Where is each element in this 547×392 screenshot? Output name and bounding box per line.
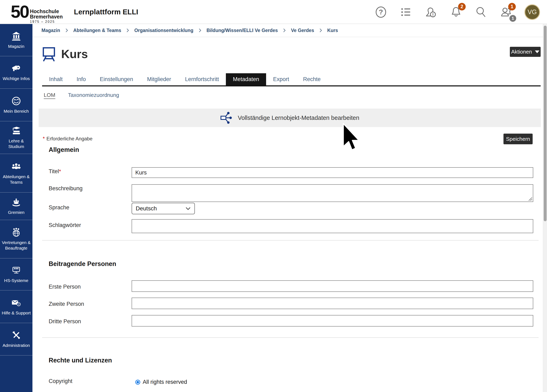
- tab-info[interactable]: Info: [70, 73, 93, 85]
- zweite-person-input[interactable]: [132, 297, 533, 309]
- tools-icon: [11, 330, 21, 340]
- sidebar-item-label: Wichtige Infos: [3, 76, 30, 81]
- mouse-cursor: [342, 123, 364, 152]
- app-header: 50 Hochschule Bremerhaven 1975 – 2025 Le…: [0, 0, 547, 24]
- sprache-selected-value: Deutsch: [136, 205, 157, 212]
- beschreibung-field: [132, 184, 533, 202]
- subtab-lom[interactable]: LOM: [44, 92, 55, 98]
- sidebar-item-administration[interactable]: Administration: [0, 323, 33, 355]
- copyright-radio[interactable]: [135, 380, 140, 385]
- tab-lernfortschritt[interactable]: Lernfortschritt: [178, 73, 226, 85]
- svg-text:?: ?: [379, 8, 383, 16]
- todo-list-button[interactable]: [399, 5, 413, 19]
- breadcrumb-item[interactable]: Organisationsentwicklung: [134, 28, 193, 33]
- edit-full-metadata-link[interactable]: Vollständige Lernobjekt-Metadaten bearbe…: [39, 108, 541, 127]
- vertical-scrollbar[interactable]: [543, 24, 547, 392]
- app-title: Lernplattform ELLI: [74, 8, 138, 16]
- svg-text:!: !: [432, 12, 434, 17]
- sidebar-item-wichtige-infos[interactable]: Wichtige Infos: [0, 56, 33, 89]
- main-sidebar: Magazin Wichtige Infos Mein Bereich Lehr…: [0, 24, 33, 392]
- radio-dot: [137, 381, 139, 383]
- save-button[interactable]: Speichern: [504, 134, 533, 144]
- sidebar-item-label: HS-Systeme: [4, 278, 28, 283]
- contacts-badge-top: 1: [508, 3, 516, 10]
- awareness-button[interactable]: !: [424, 5, 438, 19]
- sidebar-item-lehre-studium[interactable]: Lehre & Studium: [0, 121, 33, 154]
- sidebar-item-hs-systeme[interactable]: *** HS-Systeme: [0, 258, 33, 291]
- titel-input[interactable]: [132, 167, 533, 178]
- section-title-rechte: Rechte und Lizenzen: [49, 357, 112, 364]
- sidebar-item-label: Mein Bereich: [4, 108, 29, 114]
- titel-required-asterisk: *: [59, 168, 61, 175]
- tab-mitglieder[interactable]: Mitglieder: [140, 73, 178, 85]
- tab-rechte[interactable]: Rechte: [296, 73, 328, 85]
- breadcrumb-item[interactable]: Abteilungen & Teams: [73, 28, 121, 33]
- subtab-taxonomiezuordnung[interactable]: Taxonomiezuordnung: [68, 92, 119, 98]
- erste-person-label: Erste Person: [49, 284, 81, 290]
- sidebar-item-abteilungen-teams[interactable]: Abteilungen & Teams: [0, 154, 33, 193]
- section-title-beitragende: Beitragende Personen: [49, 260, 116, 268]
- sidebar-item-gremien[interactable]: Gremien: [0, 193, 33, 220]
- sidebar-item-mein-bereich[interactable]: Mein Bereich: [0, 89, 33, 121]
- required-asterisk: *: [43, 135, 45, 142]
- search-button[interactable]: [474, 5, 488, 19]
- notifications-badge: 2: [458, 3, 466, 10]
- svg-text:?: ?: [18, 303, 20, 306]
- sidebar-item-label: Gremien: [8, 210, 25, 215]
- sprache-select[interactable]: Deutsch: [132, 203, 195, 214]
- svg-text:***: ***: [14, 267, 19, 271]
- chevron-right-icon: [283, 28, 286, 33]
- tab-einstellungen[interactable]: Einstellungen: [93, 73, 140, 85]
- committee-icon: [11, 197, 21, 207]
- search-icon: [475, 6, 487, 18]
- tab-inhalt[interactable]: Inhalt: [42, 73, 70, 85]
- copyright-option-label: All rights reserved: [143, 379, 187, 385]
- dritte-person-input[interactable]: [132, 315, 533, 326]
- bank-icon: [11, 31, 21, 41]
- sidebar-filler: [0, 355, 33, 392]
- breadcrumb-item[interactable]: Bildung/Wissen/ELLI Ve Gerdes: [206, 28, 278, 33]
- sidebar-item-vertretungen[interactable]: Vertretungen & Beauftragte: [0, 220, 33, 258]
- sidebar-item-label: Abteilungen & Teams: [1, 174, 32, 185]
- zweite-person-label: Zweite Person: [49, 301, 84, 307]
- smiley-icon: [11, 96, 21, 106]
- user-alert-icon: !: [425, 6, 437, 18]
- help-button[interactable]: ?: [374, 5, 388, 19]
- schlagwoerter-input[interactable]: [132, 219, 533, 233]
- chevron-right-icon: [198, 28, 202, 33]
- subtab-bar: LOM Taxonomiezuordnung: [44, 92, 119, 98]
- sidebar-item-label: Hilfe & Support: [2, 310, 31, 316]
- breadcrumb-item[interactable]: Magazin: [41, 28, 60, 33]
- section-divider: [42, 338, 539, 338]
- megaphone-icon: [11, 63, 21, 73]
- help-icon: ?: [375, 6, 387, 18]
- save-button-label: Speichern: [506, 136, 530, 142]
- mail-help-icon: ?: [11, 298, 21, 308]
- course-icon: [42, 47, 56, 61]
- notifications-button[interactable]: 2: [449, 5, 463, 19]
- tab-metadaten[interactable]: Metadaten: [226, 73, 266, 85]
- university-logo[interactable]: 50 Hochschule Bremerhaven 1975 – 2025: [11, 2, 63, 24]
- user-avatar[interactable]: VG: [524, 4, 540, 20]
- contacts-button[interactable]: 1 1: [499, 5, 513, 19]
- section-divider: [42, 240, 539, 241]
- sidebar-item-label: Magazin: [8, 43, 24, 49]
- actions-button[interactable]: Aktionen: [510, 47, 541, 57]
- contacts-badge-bottom: 1: [509, 15, 516, 22]
- sidebar-item-hilfe-support[interactable]: ? Hilfe & Support: [0, 291, 33, 323]
- scrollbar-thumb[interactable]: [544, 26, 547, 221]
- beschreibung-textarea[interactable]: [132, 184, 533, 202]
- monitor-icon: ***: [11, 265, 21, 275]
- schlagwoerter-label: Schlagwörter: [49, 222, 81, 229]
- breadcrumb-item[interactable]: Ve Gerdes: [291, 28, 314, 33]
- sidebar-item-label: Lehre & Studium: [1, 138, 32, 149]
- sidebar-item-magazin[interactable]: Magazin: [0, 24, 33, 56]
- erste-person-input[interactable]: [132, 280, 533, 292]
- sidebar-item-label: Vertretungen & Beauftragte: [1, 240, 32, 251]
- sprache-label: Sprache: [49, 204, 69, 211]
- books-icon: [11, 126, 21, 136]
- titel-label: Titel*: [49, 168, 61, 175]
- logo-name-line1: Hochschule: [30, 9, 63, 14]
- chevron-down-icon: [185, 207, 191, 210]
- tab-export[interactable]: Export: [266, 73, 296, 85]
